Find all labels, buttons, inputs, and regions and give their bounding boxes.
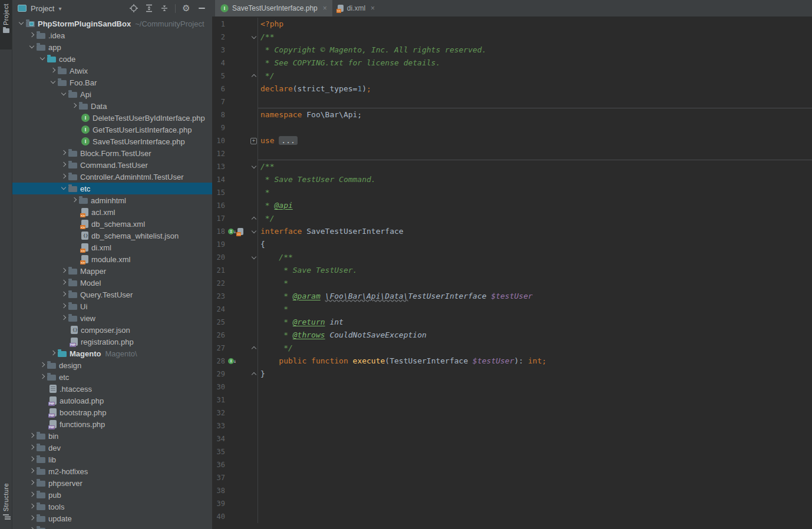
code-text[interactable] — [258, 458, 812, 471]
tree-item-update[interactable]: update — [12, 513, 212, 524]
tree-item-db-schema-whitelist-json[interactable]: {}db_schema_whitelist.json — [12, 230, 212, 242]
tree-item-etc[interactable]: etc — [12, 183, 212, 194]
gutter[interactable]: 26 — [212, 329, 258, 342]
tree-chevron-icon[interactable] — [59, 266, 68, 276]
tree-chevron-icon[interactable] — [59, 278, 68, 287]
gutter[interactable]: 37 — [212, 471, 258, 484]
tree-item-adminhtml[interactable]: adminhtml — [12, 194, 212, 206]
tree-item-app[interactable]: app — [12, 41, 212, 53]
tree-chevron-icon[interactable] — [70, 101, 79, 111]
code-text[interactable]: declare(strict_types=1); — [258, 82, 812, 95]
code-editor[interactable]: 1<?php2/**3 * Copyright © Magento, Inc. … — [212, 16, 812, 529]
code-text[interactable]: */ — [258, 70, 812, 82]
gutter[interactable]: 2 — [212, 31, 258, 44]
code-text[interactable]: * @throws CouldNotSaveException — [258, 329, 812, 342]
tree-item-phpserver[interactable]: phpserver — [12, 477, 212, 489]
tree-chevron-icon[interactable] — [27, 467, 37, 476]
tree-item-ui[interactable]: Ui — [12, 300, 212, 312]
gutter[interactable]: 10+ — [212, 134, 258, 147]
tree-item-var[interactable]: var — [12, 524, 212, 529]
tree-chevron-icon[interactable] — [59, 172, 68, 181]
code-text[interactable]: /** — [258, 31, 812, 44]
code-text[interactable]: * — [258, 277, 812, 290]
settings-gear-icon[interactable]: ⚙ — [181, 4, 191, 13]
toolwindow-button-project[interactable]: Project — [0, 0, 12, 49]
gutter[interactable]: 39 — [212, 497, 258, 510]
gutter[interactable]: 16 — [212, 199, 258, 212]
tree-item-code[interactable]: code — [12, 53, 212, 65]
code-text[interactable]: public function execute(TestUserInterfac… — [258, 355, 812, 368]
code-text[interactable] — [258, 432, 812, 445]
tree-item-foo-bar[interactable]: Foo.Bar — [12, 77, 212, 88]
gutter[interactable]: 23 — [212, 290, 258, 303]
gutter[interactable]: 17 — [212, 212, 258, 225]
gutter[interactable]: 25 — [212, 316, 258, 329]
code-text[interactable]: * — [258, 186, 812, 199]
tree-item-etc[interactable]: etc — [12, 371, 212, 383]
code-text[interactable] — [258, 484, 812, 497]
code-text[interactable]: * — [258, 303, 812, 316]
code-text[interactable] — [258, 121, 812, 134]
gutter[interactable]: 36 — [212, 458, 258, 471]
gutter[interactable]: 13 — [212, 160, 258, 173]
expand-all-icon[interactable] — [144, 4, 154, 13]
fold-marker-icon[interactable] — [251, 254, 256, 259]
tree-chevron-icon[interactable] — [38, 372, 47, 382]
tree-item-dev[interactable]: dev — [12, 442, 212, 454]
tree-item-di-xml[interactable]: <>di.xml — [12, 242, 212, 253]
tree-item-phpstormpluginsandbox[interactable]: PhpStormPluginSandBox~/CommunityProject — [12, 18, 212, 29]
tree-chevron-icon[interactable] — [27, 502, 37, 511]
code-text[interactable]: { — [258, 238, 812, 251]
code-text[interactable] — [258, 445, 812, 458]
gutter[interactable]: 3 — [212, 44, 258, 57]
code-text[interactable] — [258, 95, 812, 108]
tree-item-atwix[interactable]: Atwix — [12, 65, 212, 77]
tree-item-bootstrap-php[interactable]: PHPbootstrap.php — [12, 406, 212, 418]
code-text[interactable]: * See COPYING.txt for license details. — [258, 57, 812, 70]
tree-item-module-xml[interactable]: <>module.xml — [12, 253, 212, 265]
tree-item-savetestuserinterface-php[interactable]: ISaveTestUserInterface.php — [12, 135, 212, 147]
gutter[interactable]: 5 — [212, 70, 258, 82]
tree-item-m2-hotfixes[interactable]: m2-hotfixes — [12, 465, 212, 477]
tree-chevron-icon[interactable] — [27, 42, 37, 52]
tree-chevron-icon[interactable] — [59, 302, 68, 311]
tree-item-lib[interactable]: lib — [12, 454, 212, 465]
tree-item-htaccess[interactable]: .htaccess — [12, 383, 212, 395]
code-text[interactable]: * Copyright © Magento, Inc. All rights r… — [258, 44, 812, 57]
code-text[interactable] — [258, 471, 812, 484]
code-text[interactable] — [258, 381, 812, 394]
tree-item-block-form-testuser[interactable]: Block.Form.TestUser — [12, 147, 212, 159]
code-text[interactable]: * @api — [258, 199, 812, 212]
code-text[interactable] — [258, 147, 812, 160]
tree-item-registration-php[interactable]: PHPregistration.php — [12, 336, 212, 348]
gutter[interactable]: 20 — [212, 251, 258, 264]
tree-item-deletetestuserbyidinterface-php[interactable]: IDeleteTestUserByIdInterface.php — [12, 112, 212, 124]
tree-chevron-icon[interactable] — [48, 349, 58, 358]
chevron-down-icon[interactable]: ▾ — [58, 5, 61, 12]
tree-chevron-icon[interactable] — [59, 148, 68, 158]
tree-chevron-icon[interactable] — [48, 78, 58, 87]
code-text[interactable] — [258, 497, 812, 510]
gutter[interactable]: 40 — [212, 510, 258, 523]
tree-chevron-icon[interactable] — [70, 196, 79, 205]
gutter[interactable]: 19 — [212, 238, 258, 251]
tree-chevron-icon[interactable] — [38, 361, 47, 370]
gutter[interactable]: 6 — [212, 82, 258, 95]
tree-item-query-testuser[interactable]: Query.TestUser — [12, 289, 212, 300]
tree-item-idea[interactable]: .idea — [12, 29, 212, 41]
tree-item-data[interactable]: Data — [12, 100, 212, 112]
code-text[interactable]: /** — [258, 251, 812, 264]
gutter[interactable]: 28I↓ — [212, 355, 258, 368]
code-text[interactable]: * Save TestUser Command. — [258, 173, 812, 186]
gutter[interactable]: 33 — [212, 419, 258, 432]
gutter[interactable]: 34 — [212, 432, 258, 445]
gutter[interactable]: 18I↓<> — [212, 225, 258, 238]
fold-marker-icon[interactable] — [251, 372, 256, 377]
tree-item-api[interactable]: Api — [12, 88, 212, 100]
code-text[interactable] — [258, 406, 812, 419]
code-text[interactable]: * @param \Foo\Bar\Api\Data\TestUserInter… — [258, 290, 812, 303]
code-text[interactable]: namespace Foo\Bar\Api; — [258, 108, 812, 121]
code-text[interactable] — [258, 419, 812, 432]
tree-chevron-icon[interactable] — [59, 184, 68, 193]
code-text[interactable]: */ — [258, 342, 812, 355]
